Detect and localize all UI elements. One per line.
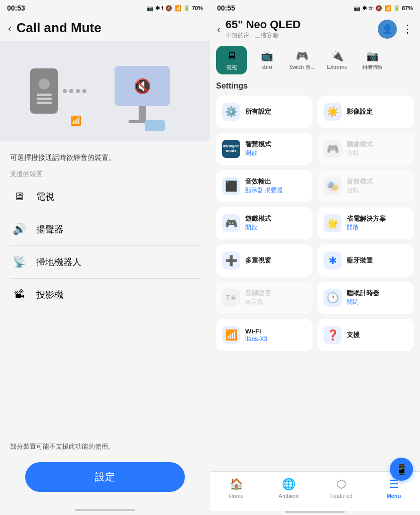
multi-view-icon: ➕ [222,251,240,270]
left-header: ‹ Call and Mute [0,14,210,41]
setting-sleep-timer[interactable]: 🕐 睡眠計時器 關閉 [318,282,414,314]
nav-menu[interactable]: ☰ Menu [368,476,421,501]
intelligent-mode-value: 開啟 [245,149,271,157]
game-mode-icon: 🎮 [222,214,240,232]
switch-tab-icon: 🎮 [293,50,310,62]
wifi-value: ifans-X3 [245,335,267,342]
support-icon: ❓ [324,326,342,344]
speaker-icon: 🔊 [10,220,28,238]
kbro-tab-icon: 📺 [258,50,275,62]
multi-view-name: 多重視窗 [245,256,271,265]
extreme-tab-icon: 🔌 [329,50,346,62]
picture-mode-value: 遊戲 [347,149,373,157]
setting-multi-view[interactable]: ➕ 多重視窗 [216,244,312,277]
more-options-button[interactable]: ⋮ [402,23,413,36]
phone-illustration [30,68,58,114]
wifi-illustration: 📶 [70,115,81,126]
robot-icon: 📡 [10,253,28,271]
tab-switch[interactable]: 🎮 Switch 遊... [286,46,318,74]
nav-ambient[interactable]: 🌐 Ambient [263,476,316,501]
tab-kbro[interactable]: 📺 kbro [251,46,282,74]
setting-wifi[interactable]: 📶 Wi-Fi ifans-X3 [216,319,312,351]
left-time: 00:53 [7,4,25,12]
right-back-button[interactable]: ‹ [217,24,221,34]
tv-tab-label: 電視 [226,64,237,71]
sleep-timer-name: 睡眠計時器 [347,289,379,297]
settings-title: Settings [216,81,414,91]
sleep-timer-icon: 🕐 [324,289,342,307]
connection-dots [63,89,86,93]
sleep-timer-value: 關閉 [347,298,379,306]
tab-extreme[interactable]: 🔌 Extreme [322,46,353,74]
extreme-tab-label: Extreme [327,64,348,70]
tab-tv[interactable]: 🖥 電視 [216,46,247,74]
bottom-nav: 🏠 Home 🌐 Ambient ⬡ Featured ☰ Menu [210,471,420,511]
list-item[interactable]: 🖥 電視 [10,181,200,213]
picture-name: 影像設定 [347,108,373,116]
device-title: 65" Neo QLED [226,18,301,31]
energy-saving-name: 省電解決方案 [347,215,386,223]
support-name: 支援 [347,331,360,339]
robot-label: 掃地機器人 [36,256,81,268]
router-illustration [145,120,165,131]
setting-intelligent-mode[interactable]: intelligent mode 智慧模式 開啟 [216,133,312,165]
all-settings-icon: ⚙️ [222,103,240,121]
setting-energy-saving[interactable]: 🌟 省電解決方案 開啟 [318,207,414,239]
right-panel: 00:55 📷 ✱ ☆ 🔕 📶 🔋 87% ‹ 65" Neo QLED 小旭的… [210,0,420,515]
settings-grid: ⚙️ 所有設定 ☀️ 影像設定 intelligent mode 智慧 [216,96,414,351]
list-item[interactable]: 🔊 揚聲器 [10,213,200,246]
right-status-icons: 📷 ✱ ☆ 🔕 📶 🔋 87% [354,5,413,12]
sound-output-value: 顯示器 揚聲器 [245,186,283,195]
energy-saving-icon: 🌟 [324,214,342,232]
remote-control-button[interactable]: 📱 [390,458,413,481]
picture-mode-name: 圖像模式 [347,140,373,148]
setting-game-mode[interactable]: 🎮 遊戲模式 開啟 [216,207,312,239]
switch-tab-label: Switch 遊... [289,64,315,71]
bluetooth-name: 藍牙裝置 [347,256,373,265]
left-note: 部分裝置可能不支援此功能的使用。 [0,435,210,457]
tab-camera[interactable]: 📷 相機體驗 [357,46,388,74]
home-nav-icon: 🏠 [230,478,243,491]
left-bottom: 設定 [0,457,210,507]
device-subtitle: 小旭的家 · 三樓客廳 [226,31,301,40]
kbro-tab-label: kbro [261,64,272,70]
setup-button[interactable]: 設定 [25,462,185,492]
list-item[interactable]: 📽 投影機 [10,279,200,311]
menu-nav-label: Menu [386,493,401,499]
setting-bluetooth[interactable]: ✱ 藍牙裝置 [318,244,414,277]
picture-icon: ☀️ [324,103,342,121]
bluetooth-icon: ✱ [324,251,342,270]
right-status-bar: 00:55 📷 ✱ ☆ 🔕 📶 🔋 87% [210,0,420,14]
wifi-name: Wi-Fi [245,327,267,335]
setting-picture[interactable]: ☀️ 影像設定 [318,96,414,128]
device-list: 🖥 電視 🔊 揚聲器 📡 掃地機器人 📽 投影機 [0,181,210,435]
right-home-indicator [285,511,345,513]
left-panel: 00:53 📷 ✱ f 🔕 📶 🔋 70% ‹ Call and Mute [0,0,210,515]
camera-tab-icon: 📷 [364,50,381,62]
tv-tab-icon: 🖥 [223,50,240,62]
all-settings-name: 所有設定 [245,108,271,116]
intelligent-mode-icon: intelligent mode [222,140,240,158]
list-item[interactable]: 📡 掃地機器人 [10,246,200,279]
wifi-settings-icon: 📶 [222,326,240,344]
right-header: ‹ 65" Neo QLED 小旭的家 · 三樓客廳 👤 ⋮ [210,14,420,43]
tv-illustration: 🔇 [115,66,170,106]
game-mode-name: 遊戲模式 [245,215,271,223]
nav-featured[interactable]: ⬡ Featured [315,476,368,501]
setting-sound-output[interactable]: ⬛ 音效輸出 顯示器 揚聲器 [216,170,312,202]
sound-output-name: 音效輸出 [245,178,283,186]
nav-home[interactable]: 🏠 Home [210,476,263,501]
left-status-icons: 📷 ✱ f 🔕 📶 🔋 70% [147,5,203,12]
user-avatar[interactable]: 👤 [378,20,397,39]
setting-all-settings[interactable]: ⚙️ 所有設定 [216,96,312,128]
intelligent-mode-name: 智慧模式 [245,140,271,148]
back-button[interactable]: ‹ [8,23,12,33]
sound-mode-name: 音效模式 [347,178,373,186]
left-description: 可選擇撥接通話時欲靜音的裝置。 [0,146,210,166]
setting-support[interactable]: ❓ 支援 [318,319,414,351]
audio-language-value: 未定義 [245,298,271,306]
picture-mode-icon: 🎮 [324,140,342,158]
featured-nav-icon: ⬡ [337,478,346,491]
supported-label: 支援的裝置 [0,166,210,181]
home-indicator [75,509,135,511]
